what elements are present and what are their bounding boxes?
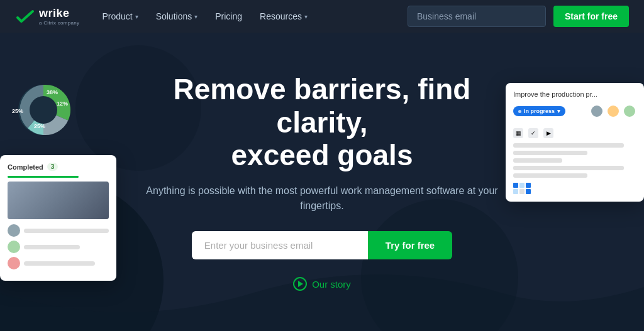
nav-solutions[interactable]: Solutions ▾ [148,6,206,26]
play-icon [293,277,307,291]
avatar-1 [8,224,20,237]
completed-label: Completed [8,163,43,171]
card-header: Completed 3 [8,163,109,171]
gc-5 [519,189,525,194]
in-progress-card: Improve the production pr... In progress… [506,83,644,202]
nav-product[interactable]: Product ▾ [94,6,145,26]
avatar-4 [590,104,604,118]
logo[interactable]: wrike a Citrix company [15,6,79,26]
hero-email-input[interactable] [192,231,368,259]
donut-label-38: 38% [47,89,58,95]
donut-label-25a: 25% [12,108,23,114]
avatar-6 [623,104,636,118]
hero-title-line2: exceed goals [231,139,413,171]
check-icon: ✓ [528,128,538,138]
donut-chart: 38% 25% 12% 25% [9,75,78,144]
navbar-email-input[interactable] [408,6,546,27]
calendar-icon: ▦ [513,128,523,138]
icon-row: ▦ ✓ ▶ [513,128,636,138]
status-chevron: ▾ [557,108,560,114]
card-row-1 [8,224,109,237]
start-free-button[interactable]: Start for free [553,6,629,27]
grid-icon [513,183,531,194]
completed-count: 3 [47,163,58,171]
card-right-title: Improve the production pr... [513,90,636,98]
nav-pricing[interactable]: Pricing [208,6,250,26]
status-dot [518,110,521,113]
gc-6 [526,189,531,194]
line-med [513,151,587,155]
avatar-5 [606,104,620,118]
progress-bar [8,176,79,178]
line-short [513,158,562,163]
gc-1 [513,183,518,188]
line-3 [24,261,95,266]
card-image [8,182,109,219]
play-triangle [298,281,303,287]
gc-2 [519,183,525,188]
nav-items: Product ▾ Solutions ▾ Pricing Resources … [94,6,402,26]
navbar: wrike a Citrix company Product ▾ Solutio… [0,0,644,33]
chevron-down-icon: ▾ [304,13,308,20]
gc-4 [513,189,518,194]
status-chip[interactable]: In progress ▾ [513,106,565,116]
donut-labels: 38% 25% 12% 25% [9,75,78,144]
try-free-button[interactable]: Try for free [368,231,452,259]
avatar-2 [8,241,20,253]
our-story-link[interactable]: Our story [133,277,511,291]
line-full [513,143,624,148]
hero-section: 38% 25% 12% 25% Completed 3 Re [0,33,644,331]
avatar-row [590,104,636,118]
donut-label-25b: 25% [34,123,45,129]
chevron-down-icon: ▾ [194,13,197,20]
line-2 [24,245,80,249]
bottom-icons [513,183,636,194]
card-row-2 [8,241,109,253]
hero-subtitle: Anything is possible with the most power… [133,183,511,214]
nav-right: Start for free [408,6,629,27]
nav-resources[interactable]: Resources ▾ [252,6,315,26]
line-med-2 [513,173,587,178]
play-icon-sm: ▶ [543,128,553,138]
hero-cta-group: Try for free [133,231,511,259]
hero-title: Remove barriers, find clarity, exceed go… [133,73,511,173]
logo-sub: a Citrix company [39,20,79,26]
avatar-3 [8,257,20,269]
donut-label-12: 12% [57,100,68,107]
card-row-3 [8,257,109,269]
completed-card: Completed 3 [0,155,116,281]
line-1 [24,229,109,233]
hero-content: Remove barriers, find clarity, exceed go… [133,73,511,291]
logo-brand: wrike [39,7,79,20]
chevron-down-icon: ▾ [135,13,138,20]
hero-title-line1: Remove barriers, find clarity, [174,73,471,139]
gc-3 [526,183,531,188]
line-full-2 [513,166,624,170]
card-lines [513,143,636,178]
our-story-label: Our story [312,279,351,290]
status-label: In progress [524,108,555,114]
